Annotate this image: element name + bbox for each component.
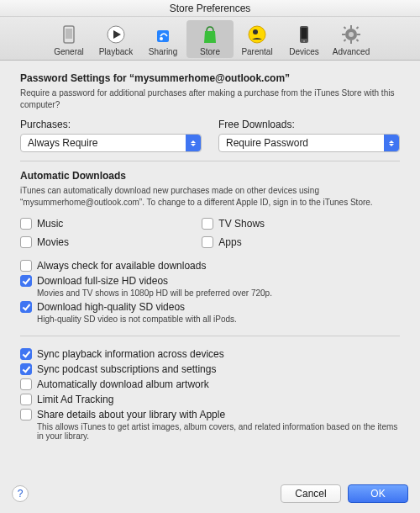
checkbox-share-library-label: Share details about your library with Ap… (37, 409, 225, 420)
checkbox-limit-ad-label: Limit Ad Tracking (37, 394, 113, 405)
hd-desc: Movies and TV shows in 1080p HD will be … (37, 288, 400, 298)
checkbox-music-label: Music (37, 218, 63, 230)
checkbox-sd[interactable]: Download high-quality SD videos (20, 301, 400, 313)
general-icon (45, 22, 92, 47)
play-icon (92, 22, 139, 47)
checkbox-movies-label: Movies (37, 236, 69, 248)
tab-store-label: Store (186, 47, 234, 56)
password-settings-section: Password Settings for “mysummerhome@outl… (20, 72, 400, 161)
checkbox-sync-playback[interactable]: Sync playback information across devices (20, 348, 400, 360)
checkbox-always-check-label: Always check for available downloads (37, 260, 206, 272)
checkbox-limit-ad[interactable]: Limit Ad Tracking (20, 394, 400, 405)
password-desc: Require a password for additional purcha… (20, 87, 400, 110)
auto-desc: iTunes can automatically download new pu… (20, 185, 400, 208)
auto-downloads-section: Automatic Downloads iTunes can automatic… (20, 161, 400, 336)
sharing-icon (139, 22, 186, 47)
svg-rect-15 (342, 34, 345, 35)
auto-heading: Automatic Downloads (20, 170, 400, 182)
checkbox-movies[interactable]: Movies (20, 236, 185, 248)
svg-rect-9 (302, 28, 307, 39)
toolbar: General Playback Sharing Store Parental … (0, 17, 420, 61)
checkbox-artwork[interactable]: Automatically download album artwork (20, 378, 400, 390)
bag-icon (186, 22, 234, 47)
tab-devices[interactable]: Devices (281, 20, 328, 58)
purchases-select[interactable]: Always Require (20, 134, 202, 152)
sync-section: Sync playback information across devices… (20, 336, 400, 452)
svg-point-7 (253, 29, 258, 34)
tab-advanced-label: Advanced (328, 47, 375, 56)
parental-icon (234, 22, 281, 47)
checkbox-hd-label: Download full-size HD videos (37, 275, 168, 287)
tab-sharing[interactable]: Sharing (139, 20, 186, 58)
checkbox-artwork-label: Automatically download album artwork (37, 378, 209, 390)
share-desc: This allows iTunes to get artist images,… (37, 422, 400, 441)
svg-rect-14 (350, 40, 352, 44)
checkbox-sync-playback-label: Sync playback information across devices (37, 348, 224, 360)
tab-sharing-label: Sharing (139, 47, 186, 56)
checkbox-share-library[interactable]: Share details about your library with Ap… (20, 409, 400, 420)
checkbox-hd[interactable]: Download full-size HD videos (20, 275, 400, 287)
tab-parental-label: Parental (234, 47, 281, 56)
devices-icon (281, 22, 328, 47)
svg-rect-17 (344, 26, 347, 29)
password-heading: Password Settings for “mysummerhome@outl… (20, 72, 400, 84)
svg-rect-16 (357, 34, 360, 35)
chevron-updown-icon (384, 135, 399, 151)
tab-playback[interactable]: Playback (92, 20, 139, 58)
svg-rect-20 (344, 39, 347, 42)
tab-playback-label: Playback (92, 47, 139, 56)
tab-store[interactable]: Store (186, 20, 234, 58)
tab-general-label: General (45, 47, 92, 56)
cancel-button[interactable]: Cancel (281, 484, 341, 503)
window-title: Store Preferences (0, 0, 420, 17)
help-button[interactable]: ? (12, 485, 29, 502)
tab-advanced[interactable]: Advanced (328, 20, 375, 58)
svg-point-12 (349, 32, 354, 37)
svg-rect-19 (356, 26, 360, 29)
sd-desc: High-quality SD video is not compatible … (37, 315, 400, 324)
checkbox-sd-label: Download high-quality SD videos (37, 301, 185, 313)
ok-button[interactable]: OK (348, 484, 408, 503)
free-downloads-value: Require Password (226, 137, 308, 149)
free-downloads-select[interactable]: Require Password (218, 134, 400, 152)
tab-general[interactable]: General (45, 20, 92, 58)
svg-rect-13 (350, 25, 352, 29)
purchases-value: Always Require (28, 137, 97, 149)
tab-parental[interactable]: Parental (234, 20, 281, 58)
checkbox-sync-podcast[interactable]: Sync podcast subscriptions and settings (20, 363, 400, 375)
svg-rect-18 (356, 39, 360, 42)
footer: ? Cancel OK (0, 476, 420, 513)
svg-rect-1 (66, 29, 72, 39)
checkbox-tvshows[interactable]: TV Shows (202, 218, 400, 230)
checkbox-sync-podcast-label: Sync podcast subscriptions and settings (37, 363, 216, 375)
svg-point-5 (160, 37, 163, 40)
svg-point-10 (303, 40, 305, 42)
checkbox-music[interactable]: Music (20, 218, 185, 230)
content: Password Settings for “mysummerhome@outl… (0, 61, 420, 452)
free-downloads-label: Free Downloads: (218, 119, 400, 130)
checkbox-tvshows-label: TV Shows (218, 218, 265, 230)
purchases-label: Purchases: (20, 119, 202, 130)
gear-icon (328, 22, 375, 47)
checkbox-apps[interactable]: Apps (202, 236, 400, 248)
chevron-updown-icon (186, 135, 201, 151)
checkbox-always-check[interactable]: Always check for available downloads (20, 260, 400, 272)
svg-point-6 (249, 26, 265, 43)
tab-devices-label: Devices (281, 47, 328, 56)
checkbox-apps-label: Apps (218, 236, 241, 248)
